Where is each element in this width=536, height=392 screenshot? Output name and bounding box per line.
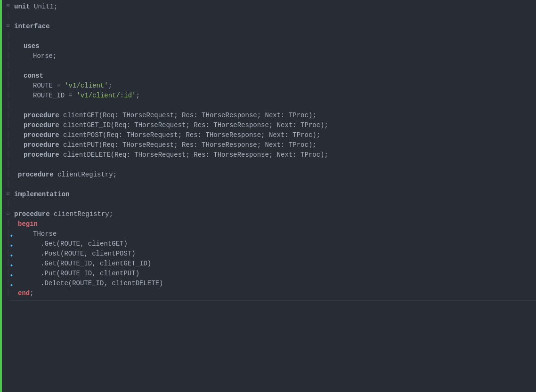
line-1: unit Unit1; <box>9 2 536 12</box>
code-text-13: procedure clientGET_ID(Req: THorseReques… <box>24 120 328 130</box>
code-text-23: begin <box>18 219 38 229</box>
code-text-19 <box>14 180 18 190</box>
fold-icon-24 <box>6 231 10 235</box>
fold-icon-10 <box>6 92 10 97</box>
code-text-24: THorse <box>33 229 57 239</box>
fold-icon-16 <box>6 152 10 156</box>
fold-icon-9 <box>6 82 10 87</box>
line-30: end; <box>9 288 536 298</box>
code-text-7 <box>14 61 18 71</box>
line-29: .Delete(ROUTE_ID, clientDELETE) <box>9 279 536 288</box>
code-text-17 <box>14 160 18 170</box>
fold-icon-11 <box>6 102 10 107</box>
line-5: uses <box>9 41 536 51</box>
code-text-22: procedure clientRegistry; <box>14 209 113 219</box>
line-13: procedure clientGET_ID(Req: THorseReques… <box>9 120 536 130</box>
fold-icon-14 <box>6 132 10 136</box>
line-26: .Post(ROUTE, clientPOST) <box>9 249 536 259</box>
code-text-25: .Get(ROUTE, clientGET) <box>41 239 128 249</box>
fold-icon-8 <box>6 72 10 77</box>
code-text-10: ROUTE_ID = 'v1/client/:id'; <box>33 91 140 101</box>
fold-icon-13 <box>6 122 10 127</box>
fold-icon-1[interactable] <box>6 3 10 8</box>
code-text-20: implementation <box>14 190 70 200</box>
code-text-4 <box>14 32 18 41</box>
fold-icon-25 <box>6 240 10 245</box>
fold-icon-4 <box>6 33 10 38</box>
code-text-1: unit Unit1; <box>14 2 57 12</box>
fold-icon-3[interactable] <box>6 23 10 28</box>
fold-icon-21 <box>6 201 10 206</box>
fold-icon-19 <box>6 181 10 186</box>
fold-icon-7 <box>6 63 10 67</box>
line-22: procedure clientRegistry; <box>9 209 536 219</box>
dot-indicator-28 <box>10 271 14 274</box>
code-text-8: const <box>24 71 43 81</box>
line-14: procedure clientPOST(Req: THorseRequest;… <box>9 130 536 140</box>
code-editor: unit Unit1; interface uses Horse; <box>0 0 536 392</box>
line-8: const <box>9 71 536 81</box>
code-text-27: .Get(ROUTE_ID, clientGET_ID) <box>41 259 151 269</box>
line-18: procedure clientRegistry; <box>9 170 536 180</box>
line-25: .Get(ROUTE, clientGET) <box>9 239 536 249</box>
line-23: begin <box>9 219 536 229</box>
line-21 <box>9 200 536 209</box>
fold-icon-6 <box>6 53 10 57</box>
code-text-12: procedure clientGET(Req: THorseRequest; … <box>24 111 317 120</box>
fold-icon-27 <box>6 260 10 265</box>
fold-icon-26 <box>6 250 10 255</box>
code-text-6: Horse; <box>33 51 57 61</box>
bottom-separator <box>9 300 536 301</box>
code-text-16: procedure clientDELETE(Req: THorseReques… <box>24 150 328 160</box>
line-4 <box>9 32 536 41</box>
code-text-15: procedure clientPUT(Req: THorseRequest; … <box>24 140 317 150</box>
fold-icon-23 <box>6 221 10 225</box>
line-17 <box>9 160 536 170</box>
dot-indicator-29 <box>10 280 14 284</box>
code-text-14: procedure clientPOST(Req: THorseRequest;… <box>24 130 320 140</box>
line-2 <box>9 12 536 22</box>
fold-icon-17 <box>6 161 10 166</box>
fold-icon-20[interactable] <box>6 191 10 196</box>
code-text-5: uses <box>24 41 40 51</box>
dot-indicator-27 <box>10 261 14 264</box>
code-text-2 <box>14 12 18 22</box>
line-15: procedure clientPUT(Req: THorseRequest; … <box>9 140 536 150</box>
fold-icon-2 <box>6 13 10 18</box>
line-9: ROUTE = 'v1/client'; <box>9 81 536 91</box>
code-text-28: .Put(ROUTE_ID, clientPUT) <box>41 269 139 279</box>
line-28: .Put(ROUTE_ID, clientPUT) <box>9 269 536 279</box>
fold-icon-12 <box>6 112 10 117</box>
line-6: Horse; <box>9 51 536 61</box>
dot-indicator-26 <box>10 251 14 255</box>
code-text-30: end; <box>18 288 34 298</box>
line-19 <box>9 180 536 190</box>
code-text-21 <box>14 200 18 209</box>
code-text-26: .Post(ROUTE, clientPOST) <box>41 249 136 259</box>
line-20: implementation <box>9 190 536 200</box>
line-7 <box>9 61 536 71</box>
fold-icon-15 <box>6 142 10 146</box>
fold-icon-18 <box>6 171 10 176</box>
line-10: ROUTE_ID = 'v1/client/:id'; <box>9 91 536 101</box>
dot-indicator-24 <box>10 231 14 235</box>
code-content: unit Unit1; interface uses Horse; <box>0 0 536 392</box>
code-text-18: procedure clientRegistry; <box>18 170 117 180</box>
line-12: procedure clientGET(Req: THorseRequest; … <box>9 111 536 120</box>
dot-indicator-25 <box>10 241 14 245</box>
line-11 <box>9 101 536 111</box>
code-text-29: .Delete(ROUTE_ID, clientDELETE) <box>41 279 163 288</box>
line-3: interface <box>9 22 536 32</box>
line-27: .Get(ROUTE_ID, clientGET_ID) <box>9 259 536 269</box>
line-24: THorse <box>9 229 536 239</box>
fold-icon-30 <box>6 290 10 295</box>
code-text-9: ROUTE = 'v1/client'; <box>33 81 112 91</box>
fold-icon-28 <box>6 270 10 275</box>
fold-icon-29 <box>6 280 10 285</box>
fold-icon-22[interactable] <box>6 211 10 216</box>
code-text-11 <box>14 101 18 111</box>
line-16: procedure clientDELETE(Req: THorseReques… <box>9 150 536 160</box>
code-text-3: interface <box>14 22 50 32</box>
fold-icon-5 <box>6 43 10 48</box>
